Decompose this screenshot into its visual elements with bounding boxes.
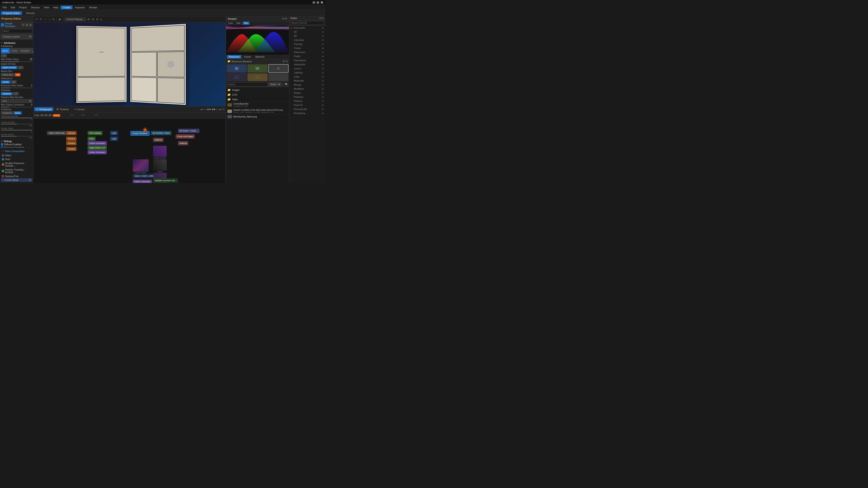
res-tab-assets[interactable]: Assets bbox=[242, 55, 253, 59]
btn-motionblur[interactable]: Motion Blur bbox=[1, 73, 14, 76]
node-select-child[interactable]: Select Child Node bbox=[47, 131, 66, 135]
scopes-expand[interactable]: ⊞ bbox=[282, 17, 284, 20]
node-light-1[interactable]: Light bbox=[110, 131, 118, 135]
vt-btn-alpha[interactable]: α bbox=[100, 18, 102, 21]
scope-tab-hist[interactable]: Hist. bbox=[235, 22, 242, 25]
node-vhs[interactable]: VHS bbox=[1, 157, 32, 161]
vt-btn-grid[interactable]: ⊟ bbox=[95, 18, 99, 21]
menu-view[interactable]: View bbox=[42, 6, 51, 9]
node-colour-correction-3[interactable]: Colour Correction bbox=[133, 180, 152, 183]
node-light-2[interactable]: Light bbox=[110, 137, 118, 141]
cat-2d[interactable]: 2D ▶ bbox=[289, 30, 325, 34]
btn-simple[interactable]: Simple bbox=[1, 80, 10, 84]
cat-3d[interactable]: 3D ▶ bbox=[289, 34, 325, 38]
node-camera-4[interactable]: Camera bbox=[66, 147, 76, 151]
resource-search-input[interactable] bbox=[227, 83, 268, 86]
close-button[interactable]: ✕ bbox=[321, 1, 323, 4]
node-search-input[interactable] bbox=[290, 21, 324, 25]
res-tab-resources[interactable]: Resources bbox=[227, 55, 241, 59]
node-camera-2[interactable]: Camera bbox=[66, 137, 76, 141]
vt-btn-2[interactable]: ⟳ bbox=[39, 18, 42, 21]
btn-shadows-off[interactable]: Off bbox=[13, 92, 19, 95]
menu-help[interactable]: Help bbox=[52, 6, 60, 9]
node-cover-and-pages[interactable]: Cover And Pages bbox=[176, 135, 195, 139]
debug-section[interactable]: ▼ Debug bbox=[1, 140, 32, 143]
res-folder-video[interactable]: 📁 Video bbox=[226, 97, 289, 102]
node-material-2[interactable]: Material bbox=[178, 141, 188, 145]
btn-refract-off[interactable]: Off bbox=[11, 80, 17, 84]
menu-create[interactable]: Create bbox=[61, 6, 72, 9]
node-3d-scene[interactable]: 3D Scene - Comic... bbox=[178, 129, 199, 133]
node-video[interactable]: Video in 1920 x 1080 bbox=[133, 174, 155, 178]
tc-prev[interactable]: ◀ bbox=[207, 108, 209, 111]
node-primitive-plane[interactable]: 3D Primitive: Plane bbox=[151, 131, 172, 135]
node-comic-book[interactable]: Comic Book 0 bbox=[1, 178, 32, 182]
tc-skip-end[interactable]: ⏭ bbox=[219, 108, 222, 111]
cat-nodes[interactable]: Nodes ▶ bbox=[289, 91, 325, 95]
res-file-comicbook[interactable]: ComicBook.fbx Loaded in 0.34s bbox=[226, 102, 289, 108]
thumb-test-reel[interactable]: Loader: test_Reel_Lc... bbox=[153, 159, 167, 175]
rn-settings-icon[interactable]: ⚙ bbox=[322, 17, 324, 20]
minimize-button[interactable]: ─ bbox=[312, 1, 315, 4]
menu-inspector[interactable]: Inspector bbox=[73, 6, 87, 9]
cat-cameras[interactable]: Cameras ▶ bbox=[289, 38, 325, 42]
res-thumb-1[interactable] bbox=[226, 64, 247, 73]
maximize-button[interactable]: □ bbox=[317, 1, 319, 4]
node-glitch[interactable]: Glitch bbox=[1, 154, 32, 157]
attributes-section[interactable]: ▼ Attributes bbox=[1, 41, 32, 44]
tc-play[interactable]: ▶ bbox=[209, 108, 211, 111]
menu-edit[interactable]: Edit bbox=[9, 6, 17, 9]
node-colour-correction-2[interactable]: Colour Correction bbox=[88, 150, 107, 154]
res-thumb-3[interactable] bbox=[268, 64, 288, 73]
cat-favourites[interactable]: ★ Favourites ▶ bbox=[289, 26, 325, 30]
node-material-1[interactable]: Material bbox=[153, 138, 163, 142]
vt-btn-3[interactable]: ↔ bbox=[43, 18, 47, 21]
res-file-texture[interactable]: d55p6fn-57a3fb62-0798-4de8-a38b-ad201e7f… bbox=[226, 108, 289, 114]
scopes-settings[interactable]: ⚙ bbox=[285, 17, 287, 20]
node-glow[interactable]: Glow bbox=[88, 137, 95, 141]
cat-modifiers[interactable]: Modifiers ▶ bbox=[289, 87, 325, 91]
tab-property-editor[interactable]: Property Editor bbox=[1, 11, 22, 15]
node-stylised-fire[interactable]: Stylised Fire bbox=[1, 174, 32, 178]
btn-scattering-none[interactable]: None bbox=[14, 111, 22, 115]
max-refine-slider[interactable] bbox=[1, 61, 32, 62]
refraction-slider[interactable] bbox=[1, 87, 32, 88]
tc-loop[interactable]: ↻ bbox=[223, 108, 225, 111]
cat-physics[interactable]: Physics ▶ bbox=[289, 99, 325, 103]
cat-interactive[interactable]: Interactive ▶ bbox=[289, 62, 325, 66]
preset-select[interactable]: Choose a preset bbox=[1, 34, 32, 39]
cat-cloning[interactable]: Cloning ▶ bbox=[289, 42, 325, 46]
btn-scattering[interactable]: Scattering bbox=[1, 111, 13, 115]
btn-antialiasing-off[interactable]: Off bbox=[1, 54, 7, 57]
vt-btn-4[interactable]: ↕ bbox=[48, 18, 51, 21]
btn-temporal[interactable]: Temporal bbox=[19, 48, 31, 54]
res-add-button[interactable]: ＋ bbox=[282, 83, 284, 86]
res-file-mainspread[interactable]: MainSpread_Alpha.png bbox=[226, 114, 289, 119]
tc-skip-start[interactable]: ⏮ bbox=[200, 108, 203, 111]
new-composition-button[interactable]: ＋ New Composition bbox=[1, 149, 32, 153]
maxoutput-slider[interactable] bbox=[1, 107, 32, 108]
btn-shadows[interactable]: Shadows bbox=[1, 92, 12, 95]
vt-btn-fit[interactable]: ⊟ bbox=[91, 18, 95, 21]
tab-curves[interactable]: ∿ Curves bbox=[72, 107, 87, 111]
resource-sort-select[interactable]: Name bbox=[268, 83, 281, 86]
node-camera-1[interactable]: Camera bbox=[66, 131, 76, 135]
cat-generators[interactable]: Generators ▶ bbox=[289, 58, 325, 62]
node-apply-colour-lut[interactable]: Apply Colour LUT bbox=[88, 146, 107, 150]
diffuse-checkbox[interactable] bbox=[1, 143, 3, 145]
node-film-grading[interactable]: Film Grading bbox=[88, 131, 102, 135]
vt-btn-cam[interactable]: ◉ bbox=[58, 18, 62, 21]
btn-fsaa[interactable]: FSAA (Refine) bbox=[31, 48, 33, 54]
res-thumb-2[interactable] bbox=[247, 64, 268, 73]
shadowmap-select[interactable]: 1024 bbox=[1, 99, 32, 103]
res-search-icon[interactable]: 🔍 bbox=[285, 83, 288, 86]
rn-expand-icon[interactable]: ⊞ bbox=[319, 17, 321, 20]
scope-tab-par[interactable]: Par. bbox=[243, 22, 249, 25]
tc-prev-frame[interactable]: ◁ bbox=[204, 108, 206, 111]
cat-rendering[interactable]: Rendering ▶ bbox=[289, 111, 325, 115]
thumb-jewels-1[interactable]: Loader: jewels-cottor-... bbox=[153, 146, 167, 161]
cat-particles[interactable]: Particles ▶ bbox=[289, 95, 325, 99]
renderer-btn-3[interactable]: ▶ bbox=[29, 23, 32, 26]
tc-next-frame[interactable]: ▷ bbox=[217, 108, 218, 111]
renderer-btn-1[interactable]: ⟳ bbox=[22, 23, 25, 26]
